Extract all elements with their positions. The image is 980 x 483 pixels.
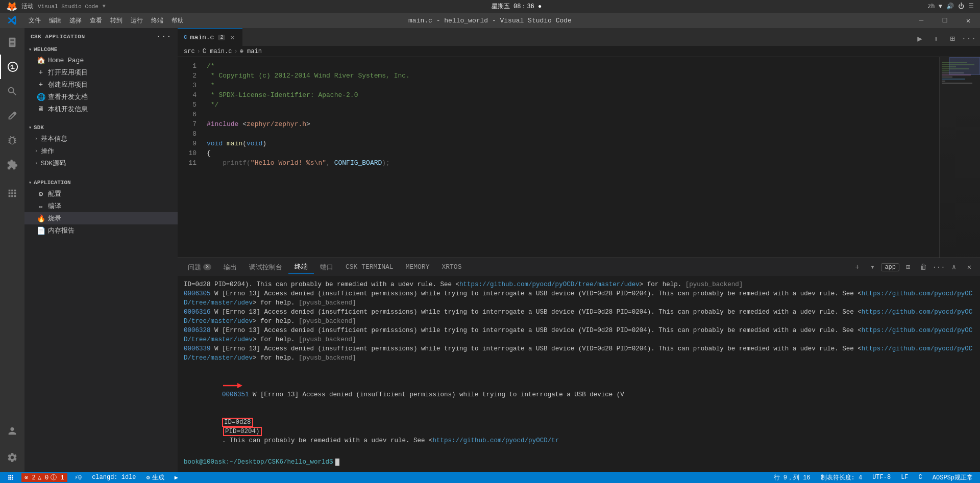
close-button[interactable]: ✕ [957, 13, 980, 28]
sidebar-item-dev-info[interactable]: 🖥 本机开发信息 [24, 103, 178, 115]
vscode-icon [7, 15, 17, 26]
lang-indicator[interactable]: zh ▼ [927, 3, 942, 10]
run-button[interactable]: ▶ [913, 32, 927, 46]
tab-ports[interactable]: 端口 [314, 261, 339, 274]
welcome-section-title[interactable]: ▾ WELCOME [24, 44, 178, 55]
term-line-4: 0006328 W [Errno 13] Access denied (insu… [184, 326, 974, 344]
run-status[interactable]: ▶ [172, 474, 181, 481]
code-line-5: */ [207, 100, 933, 110]
activity-explorer[interactable] [0, 30, 24, 55]
maximize-button[interactable]: □ [933, 13, 957, 28]
activity-csk[interactable] [0, 55, 24, 79]
code-line-2: * Copyright (c) 2012-2014 Wind River Sys… [207, 71, 933, 81]
tab-main-c[interactable]: C main.c 2 ✕ [178, 28, 242, 46]
generate-status[interactable]: ⚙ 生成 [143, 473, 167, 482]
code-line-6 [207, 110, 933, 119]
title-bar: 文件 编辑 选择 查看 转到 运行 终端 帮助 main.c - hello_w… [0, 13, 980, 28]
sidebar-item-config[interactable]: ⚙ 配置 [24, 188, 178, 200]
minimize-button[interactable]: ─ [910, 13, 933, 28]
error-count[interactable]: ⊗ 2 △ 0 ⓘ 1 [21, 473, 67, 482]
split-editor-button[interactable]: ⊞ [945, 32, 960, 46]
clangd-status[interactable]: clangd: idle [89, 474, 139, 481]
sidebar-item-compile[interactable]: ✏ 编译 [24, 200, 178, 212]
app-section-title[interactable]: ▾ APPLICATION [24, 177, 178, 188]
tab-terminal[interactable]: 终端 [288, 260, 314, 274]
menu-view[interactable]: 查看 [86, 15, 106, 26]
more-actions-button[interactable]: ··· [962, 32, 976, 46]
tab-actions: ▶ ⬆ ⊞ ··· [913, 32, 980, 46]
lightning-status[interactable]: ⚡0 [71, 474, 85, 481]
terminal-body[interactable]: ID=0d28 PID=0204). This can probably be … [178, 276, 980, 472]
line-ending-indicator[interactable]: LF [898, 474, 911, 481]
tab-memory[interactable]: MEMORY [400, 261, 436, 273]
kill-terminal-button[interactable]: 🗑 [917, 261, 930, 274]
code-line-11: printf("Hello World! %s\n", CONFIG_BOARD… [207, 158, 933, 168]
split-terminal-button[interactable]: ⊞ [901, 261, 915, 274]
settings-icon [7, 452, 18, 463]
tab-close-button[interactable]: ✕ [228, 33, 236, 41]
window-title: main.c - hello_world - Visual Studio Cod… [408, 17, 572, 24]
welcome-chevron: ▾ [29, 46, 32, 53]
sidebar: CSK APPLICATION ··· ▾ WELCOME 🏠 Home Pag… [24, 28, 178, 472]
sidebar-more-button[interactable]: ··· [156, 32, 172, 41]
code-line-7: #include <zephyr/zephyr.h> [207, 119, 933, 129]
sidebar-item-flash[interactable]: 🔥 烧录 [24, 212, 178, 224]
code-line-10: { [207, 148, 933, 158]
tab-csk-terminal[interactable]: CSK TERMINAL [339, 261, 400, 273]
activity-account[interactable] [0, 419, 24, 443]
sdk-item-basic[interactable]: › 基本信息 [24, 133, 178, 145]
remote-status[interactable] [4, 474, 17, 481]
vscode-label: Visual Studio Code [38, 4, 99, 10]
power-icon[interactable]: ⏻ [958, 3, 964, 10]
terminal-more-button[interactable]: ··· [932, 261, 945, 274]
right-status[interactable]: AOSPSp规正常 [929, 473, 976, 482]
tab-xrtos[interactable]: XRTOS [435, 261, 468, 273]
maximize-panel-button[interactable]: ∧ [947, 261, 961, 274]
tab-problems[interactable]: 问题 3 [182, 261, 217, 274]
sidebar-item-home[interactable]: 🏠 Home Page [24, 55, 178, 66]
tab-size-indicator[interactable]: 制表符长度: 4 [818, 473, 866, 482]
row-col-indicator[interactable]: 行 9，列 16 [771, 473, 814, 482]
sdk-item-ops[interactable]: › 操作 [24, 145, 178, 157]
menu-file[interactable]: 文件 [24, 15, 45, 26]
tab-debug-console[interactable]: 调试控制台 [243, 261, 288, 274]
status-bar-right: 行 9，列 16 制表符长度: 4 UTF-8 LF C AOSPSp规正常 [771, 473, 980, 482]
sidebar-item-memory[interactable]: 📄 内存报告 [24, 224, 178, 237]
os-dropdown-icon[interactable]: ▼ [103, 4, 106, 9]
menu-help[interactable]: 帮助 [167, 15, 188, 26]
tab-bar: C main.c 2 ✕ ▶ ⬆ ⊞ ··· [178, 28, 980, 46]
sdk-item-source[interactable]: › SDK源码 [24, 157, 178, 169]
activity-extensions[interactable] [0, 152, 24, 177]
sdk-section-title[interactable]: ▾ SDK [24, 122, 178, 133]
sidebar-item-docs[interactable]: 🌐 查看开发文档 [24, 91, 178, 103]
sidebar-item-open-project[interactable]: + 打开应用项目 [24, 66, 178, 79]
encoding-indicator[interactable]: UTF-8 [869, 474, 894, 481]
upload-button[interactable]: ⬆ [929, 32, 943, 46]
menu-terminal[interactable]: 终端 [147, 15, 167, 26]
menu-goto[interactable]: 转到 [106, 15, 127, 26]
activity-settings[interactable] [0, 445, 24, 470]
config-icon: ⚙ [37, 190, 45, 198]
close-panel-button[interactable]: ✕ [963, 261, 976, 274]
volume-icon[interactable]: 🔊 [946, 3, 954, 10]
breadcrumb-file[interactable]: C main.c [203, 48, 232, 55]
menu-select[interactable]: 选择 [65, 15, 86, 26]
new-terminal-button[interactable]: + [850, 261, 864, 274]
vscode-logo [0, 13, 24, 28]
menu-icon[interactable]: ☰ [968, 3, 974, 10]
activity-search[interactable] [0, 79, 24, 104]
breadcrumb-symbol[interactable]: ⊕ main [240, 47, 262, 55]
menu-run[interactable]: 运行 [127, 15, 147, 26]
explorer-icon [7, 37, 18, 48]
menu-edit[interactable]: 编辑 [45, 15, 65, 26]
activity-remote[interactable] [0, 181, 24, 206]
terminal-dropdown[interactable]: ▾ [866, 261, 879, 274]
tab-output[interactable]: 输出 [217, 261, 243, 274]
activity-debug[interactable] [0, 128, 24, 152]
sdk-ops-chevron: › [35, 148, 38, 154]
language-indicator[interactable]: C [916, 474, 925, 481]
menu-bar: 文件 编辑 选择 查看 转到 运行 终端 帮助 [24, 15, 188, 26]
sidebar-item-create-project[interactable]: + 创建应用项目 [24, 79, 178, 91]
activity-git[interactable] [0, 104, 24, 128]
create-icon: + [37, 81, 45, 89]
